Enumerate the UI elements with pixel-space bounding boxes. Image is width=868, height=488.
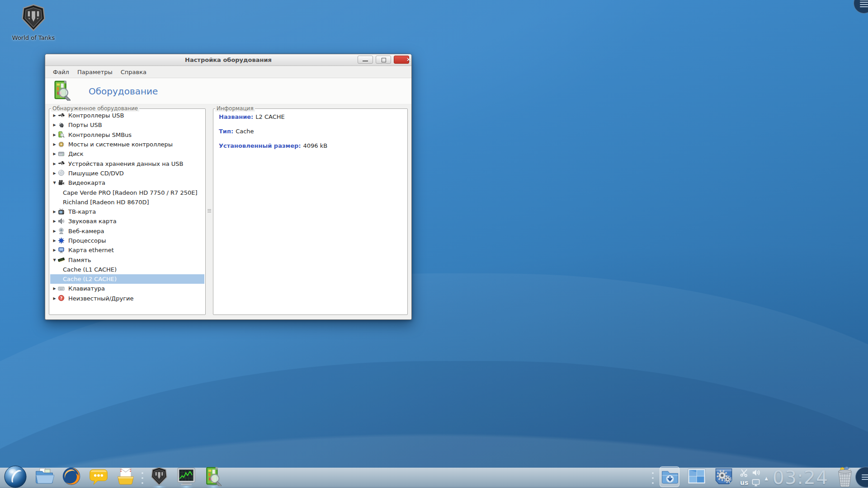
cpu-icon xyxy=(58,237,65,244)
tree-item[interactable]: ▶Пишущие CD/DVD xyxy=(50,169,204,178)
menu-item-1[interactable]: Параметры xyxy=(73,67,117,77)
tray-volume-icon[interactable] xyxy=(751,468,760,477)
taskbar-clock[interactable]: 03:24 xyxy=(773,468,828,488)
expand-arrow-icon[interactable]: ▶ xyxy=(52,113,57,117)
collapse-arrow-icon[interactable]: ▼ xyxy=(52,181,57,185)
video-icon xyxy=(58,179,65,187)
info-field-value: L2 CACHE xyxy=(255,113,284,120)
expand-arrow-icon[interactable]: ▶ xyxy=(52,229,57,233)
tree-item[interactable]: ▶Клавиатура xyxy=(50,284,204,293)
unknown-icon: ? xyxy=(58,295,65,302)
expand-arrow-icon[interactable]: ▶ xyxy=(52,296,57,300)
tree-item-label: Устройства хранения данных на USB xyxy=(68,160,183,167)
sound-icon xyxy=(58,218,65,225)
expand-arrow-icon[interactable]: ▶ xyxy=(52,171,57,175)
taskbar-right-group xyxy=(656,466,737,488)
expand-arrow-icon[interactable]: ▶ xyxy=(52,152,57,156)
svg-text:?: ? xyxy=(60,296,62,300)
taskbar-separator xyxy=(651,471,654,485)
expand-arrow-icon[interactable]: ▶ xyxy=(52,248,57,252)
tree-item[interactable]: ▶Процессоры xyxy=(50,236,204,245)
tree-item-label: Карта ethernet xyxy=(68,247,114,253)
info-field-value: 4096 kB xyxy=(303,142,327,149)
tree-item-label: Веб-камера xyxy=(68,228,104,235)
tree-item[interactable]: ▶Звуковая карта xyxy=(50,216,204,226)
expand-arrow-icon[interactable]: ▶ xyxy=(52,123,57,127)
collapse-arrow-icon[interactable]: ▼ xyxy=(52,258,57,262)
tree-item-label: Диск xyxy=(68,150,84,157)
tree-item[interactable]: Cape Verde PRO [Radeon HD 7750 / R7 250E… xyxy=(50,188,204,197)
keyboard-layout-indicator[interactable]: us xyxy=(740,479,748,486)
taskbar-menu-orb-icon[interactable] xyxy=(4,465,27,488)
tree-item-label: Видеокарта xyxy=(68,179,105,186)
window-titlebar[interactable]: Настройка оборудования xyxy=(45,54,411,66)
expand-arrow-icon[interactable]: ▶ xyxy=(52,133,57,137)
tv-icon xyxy=(58,208,65,216)
tree-item-label: Клавиатура xyxy=(68,285,105,292)
taskbar-messenger-icon[interactable] xyxy=(89,466,108,487)
smbus-icon xyxy=(58,131,65,138)
tray-expander-button[interactable]: ▲ xyxy=(764,476,768,481)
tree-item[interactable]: ▶Порты USB xyxy=(50,120,204,130)
expand-arrow-icon[interactable]: ▶ xyxy=(52,239,57,243)
window-controls xyxy=(358,56,409,64)
tree-item[interactable]: ▶Устройства хранения данных на USB xyxy=(50,159,204,168)
usb-icon xyxy=(58,112,65,119)
tree-item[interactable]: ▶Диск xyxy=(50,149,204,159)
tree-item[interactable]: Cache (L1 CACHE) xyxy=(50,265,204,274)
menu-item-2[interactable]: Справка xyxy=(117,67,151,77)
tree-item[interactable]: ▶Контроллеры SMBus xyxy=(50,130,204,140)
taskbar-hardware-config-icon[interactable] xyxy=(203,466,223,487)
expand-arrow-icon[interactable]: ▶ xyxy=(52,219,57,223)
splitter-grip-icon xyxy=(208,208,211,213)
taskbar-firefox-icon[interactable] xyxy=(61,466,81,487)
tree-item[interactable]: ▼Память xyxy=(50,255,204,264)
taskbar-world-of-tanks-icon[interactable] xyxy=(149,466,169,487)
tree-item-label: ТВ-карта xyxy=(68,208,96,215)
menu-lines-icon xyxy=(860,0,868,7)
hardware-tree: ▶Контроллеры USB▶Порты USB▶Контроллеры S… xyxy=(50,111,204,314)
tree-item-label: Память xyxy=(68,257,91,263)
expand-arrow-icon[interactable]: ▶ xyxy=(52,162,57,166)
desktop-icon-world-of-tanks[interactable]: World of Tanks xyxy=(7,4,60,41)
taskbar-downloads-icon[interactable] xyxy=(660,466,679,487)
tree-item[interactable]: ▶ТВ-карта xyxy=(50,207,204,216)
panel-hide-button[interactable] xyxy=(855,467,868,488)
taskbar-mail-icon[interactable] xyxy=(116,466,136,487)
memory-icon xyxy=(58,256,65,263)
tree-item[interactable]: Richland [Radeon HD 8670D] xyxy=(50,197,204,207)
tree-item[interactable]: ▶?Неизвестный/Другие xyxy=(50,294,204,303)
taskbar-file-manager-icon[interactable] xyxy=(34,466,54,487)
tree-item[interactable]: ▶Мосты и системные контроллеры xyxy=(50,140,204,149)
menu-item-0[interactable]: Файл xyxy=(49,67,73,77)
usb-icon xyxy=(58,160,65,167)
taskbar-control-center-icon[interactable] xyxy=(714,466,734,487)
tree-item[interactable]: ▶Контроллеры USB xyxy=(50,111,204,120)
tree-item[interactable]: ▼Видеокарта xyxy=(50,178,204,188)
tree-item-label: Cache (L2 CACHE) xyxy=(63,276,117,282)
disk-icon xyxy=(58,150,65,158)
expand-arrow-icon[interactable]: ▶ xyxy=(52,286,57,291)
expand-arrow-icon[interactable]: ▶ xyxy=(52,210,57,214)
tree-item[interactable]: ▶Веб-камера xyxy=(50,226,204,236)
trash-icon[interactable] xyxy=(835,465,855,488)
tree-item[interactable]: ▶Карта ethernet xyxy=(50,245,204,255)
desktop-corner-menu-button[interactable] xyxy=(854,0,868,14)
taskbar: us ▲ 03:24 xyxy=(0,468,868,488)
window-title: Настройка оборудования xyxy=(185,56,272,63)
tray-display-icon[interactable] xyxy=(751,478,760,487)
tree-item-label: Контроллеры SMBus xyxy=(68,131,132,138)
tray-clipboard-scissors-icon[interactable] xyxy=(740,468,749,477)
maximize-button[interactable] xyxy=(376,56,391,64)
tree-item[interactable]: Cache (L2 CACHE) xyxy=(50,274,204,284)
taskbar-system-monitor-icon[interactable] xyxy=(176,466,196,487)
info-field: Установленный размер:4096 kB xyxy=(219,142,402,149)
minimize-button[interactable] xyxy=(358,56,373,64)
window-header: Оборудование xyxy=(45,78,411,104)
close-button[interactable] xyxy=(394,56,409,64)
taskbar-workspace-switcher-icon[interactable] xyxy=(687,466,707,487)
world-of-tanks-shield-icon xyxy=(19,4,47,32)
expand-arrow-icon[interactable]: ▶ xyxy=(52,142,57,146)
window-content: Обнаруженное оборудование ▶Контроллеры U… xyxy=(45,105,411,315)
pane-splitter[interactable] xyxy=(206,108,213,315)
